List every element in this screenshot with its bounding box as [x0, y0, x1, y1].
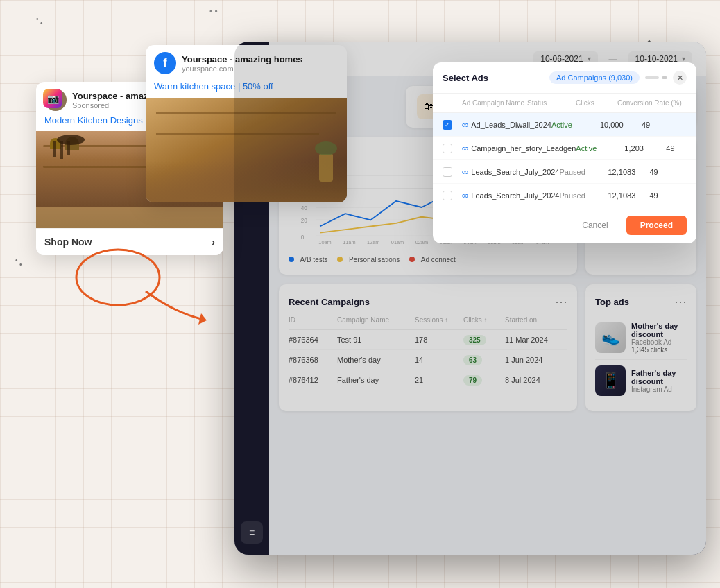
proceed-button[interactable]: Proceed — [626, 216, 687, 235]
ig-shop-now-button[interactable]: Shop Now › — [36, 228, 223, 255]
instagram-icon: 📷 — [43, 89, 62, 108]
modal-dots — [645, 76, 667, 79]
main-screen: ⌂ 📊 👤 ⚙ ≡ 10-06-2021 ▾ — 10-10-2021 ▾ — [234, 42, 706, 555]
deco-dot1: • — [36, 15, 39, 23]
modal-progress-bar — [645, 76, 659, 79]
checkbox-3[interactable] — [443, 167, 452, 177]
modal-progress-bar2 — [662, 76, 667, 79]
modal-row1-status: Active — [551, 121, 600, 129]
modal-close-button[interactable]: ✕ — [673, 71, 687, 85]
modal-row1-clicks: 10,000 — [600, 121, 642, 129]
modal-tab[interactable]: Ad Campaigns (9,030) — [549, 71, 640, 84]
cancel-button[interactable]: Cancel — [571, 216, 619, 235]
modal-row3-name: ∞ Leads_Search_July_2024 — [462, 166, 560, 177]
modal-col-name: Ad Campaign Name — [462, 99, 527, 107]
modal-row4-status: Paused — [560, 191, 608, 200]
modal-row4-name: ∞ Leads_Search_July_2024 — [462, 190, 560, 200]
modal-row2-name: ∞ Campaign_her_story_Leadgen — [462, 143, 576, 153]
modal-row3-clicks: 12,1083 — [608, 168, 650, 176]
modal-col-status: Status — [527, 99, 576, 107]
screen-content: ⌂ 📊 👤 ⚙ ≡ 10-06-2021 ▾ — 10-10-2021 ▾ — [234, 42, 706, 555]
modal-table-header: Ad Campaign Name Status Clicks Conversio… — [433, 94, 696, 113]
checkbox-1-checked[interactable]: ✓ — [443, 120, 452, 130]
modal-row-4[interactable]: ∞ Leads_Search_July_2024 Paused 12,1083 … — [433, 184, 696, 207]
modal-title: Select Ads — [443, 73, 488, 83]
ig-chevron-right-icon: › — [212, 236, 215, 248]
modal-col-check — [443, 99, 462, 107]
modal-row4-conversion: 49 — [650, 191, 697, 200]
ig-shop-now-label: Shop Now — [44, 236, 92, 248]
modal-row1-name: ∞ Ad_Leads_Diwali_2024 — [462, 119, 551, 130]
facebook-icon: f — [154, 52, 176, 74]
checkbox-4[interactable] — [443, 191, 452, 200]
deco-dot5: • • — [209, 7, 218, 17]
modal-row2-conversion: 49 — [666, 144, 696, 153]
modal-row3-conversion: 49 — [650, 168, 697, 176]
modal-col-conversion: Conversion Rate (%) — [617, 99, 687, 107]
modal-row4-clicks: 12,1083 — [608, 191, 650, 200]
modal-row1-conversion: 49 — [642, 121, 696, 129]
select-ads-modal: Select Ads Ad Campaigns (9,030) ✕ Ad Cam… — [433, 62, 696, 243]
modal-overlay: Select Ads Ad Campaigns (9,030) ✕ Ad Cam… — [234, 42, 706, 555]
deco-dot2: • — [40, 19, 43, 27]
deco-dot3: • — [15, 257, 18, 264]
modal-row-1[interactable]: ✓ ∞ Ad_Leads_Diwali_2024 Active 10,000 4… — [433, 113, 696, 137]
deco-dot4: • — [19, 261, 22, 268]
instagram-logo-badge: 📷 — [43, 89, 62, 108]
modal-col-clicks: Clicks — [576, 99, 617, 107]
modal-row2-status: Active — [576, 144, 624, 153]
modal-footer: Cancel Proceed — [433, 207, 696, 243]
modal-header: Select Ads Ad Campaigns (9,030) ✕ — [433, 62, 696, 94]
modal-row3-status: Paused — [560, 168, 608, 176]
modal-row2-clicks: 1,203 — [624, 144, 666, 153]
checkbox-2[interactable] — [443, 144, 452, 153]
modal-row-2[interactable]: ∞ Campaign_her_story_Leadgen Active 1,20… — [433, 137, 696, 160]
modal-row-3[interactable]: ∞ Leads_Search_July_2024 Paused 12,1083 … — [433, 160, 696, 184]
